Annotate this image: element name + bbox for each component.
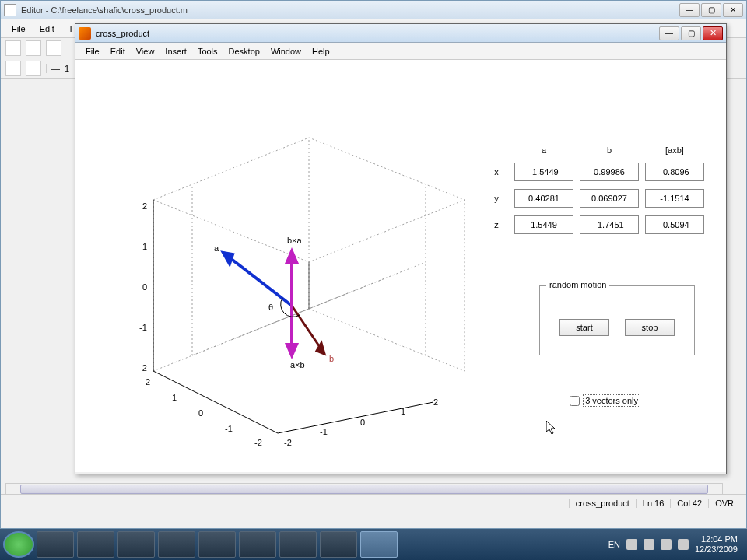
svg-text:-2: -2 <box>284 438 292 447</box>
input-ax[interactable] <box>514 163 573 181</box>
taskbar-firefox[interactable] <box>37 531 74 558</box>
vectors-only-checkbox[interactable] <box>570 396 580 406</box>
svg-line-15 <box>223 253 292 306</box>
editor-menu-edit[interactable]: Edit <box>33 22 61 36</box>
svg-text:a×b: a×b <box>290 360 305 369</box>
input-ay[interactable] <box>514 189 573 208</box>
svg-marker-25 <box>287 345 296 355</box>
editor-menu-file[interactable]: File <box>5 22 32 36</box>
editor-minimize-button[interactable]: — <box>679 3 700 17</box>
svg-marker-16 <box>223 253 233 264</box>
row-z: z <box>485 220 508 229</box>
taskbar-app[interactable] <box>320 531 357 558</box>
random-motion-label: random motion <box>546 280 609 289</box>
tray-network-icon[interactable] <box>661 539 672 550</box>
tray-clock[interactable]: 12:04 PM 12/23/2009 <box>695 534 738 555</box>
tray-flag-icon[interactable] <box>626 539 637 550</box>
svg-text:0: 0 <box>198 408 203 418</box>
svg-text:0: 0 <box>360 418 365 427</box>
taskbar: EN 12:04 PM 12/23/2009 <box>0 529 747 560</box>
editor-titlebar: Editor - C:\freelance\shafic\cross_produ… <box>1 1 746 19</box>
status-file: cross_product <box>569 499 636 508</box>
input-by[interactable] <box>580 189 639 208</box>
svg-text:0: 0 <box>142 282 147 292</box>
tray-volume-icon[interactable] <box>678 539 689 550</box>
tray-shield-icon[interactable] <box>644 539 654 550</box>
editor-title: Editor - C:\freelance\shafic\cross_produ… <box>21 5 679 15</box>
figure-menu-help[interactable]: Help <box>307 45 335 58</box>
start-button[interactable]: start <box>559 319 609 336</box>
figure-menu-tools[interactable]: Tools <box>192 45 223 58</box>
input-bx[interactable] <box>580 163 639 181</box>
figure-window: cross_product — ▢ ✕ File Edit View Inser… <box>75 23 727 474</box>
stop-button[interactable]: stop <box>625 319 675 336</box>
svg-marker-22 <box>287 251 296 262</box>
figure-close-button[interactable]: ✕ <box>703 26 723 40</box>
vectors-only-row: 3 vectors only <box>570 394 640 407</box>
svg-text:b×a: b×a <box>287 236 303 245</box>
row-y: y <box>485 194 508 203</box>
svg-text:-1: -1 <box>320 427 328 436</box>
status-ovr: OVR <box>708 499 740 508</box>
svg-text:2: 2 <box>142 201 147 211</box>
svg-text:-2: -2 <box>139 363 147 373</box>
svg-text:1: 1 <box>401 407 405 416</box>
editor-icon <box>4 4 16 16</box>
figure-menu-window[interactable]: Window <box>265 45 307 58</box>
svg-text:-1: -1 <box>139 323 147 332</box>
editor-statusbar: cross_product Ln 16 Col 42 OVR <box>1 494 746 511</box>
figure-maximize-button[interactable]: ▢ <box>681 26 701 40</box>
header-a: a <box>514 145 573 155</box>
taskbar-matlab3[interactable] <box>198 531 236 558</box>
figure-minimize-button[interactable]: — <box>659 26 679 40</box>
figure-title: cross_product <box>96 29 659 38</box>
editor-maximize-button[interactable]: ▢ <box>701 3 721 17</box>
start-button-icon[interactable] <box>3 531 34 558</box>
taskbar-matlab1[interactable] <box>77 531 114 558</box>
svg-text:a: a <box>214 243 219 253</box>
status-line: Ln 16 <box>636 499 671 508</box>
svg-text:b: b <box>329 354 334 363</box>
new-file-icon[interactable] <box>5 40 21 56</box>
figure-menubar: File Edit View Insert Tools Desktop Wind… <box>75 43 726 60</box>
breakpoint-icon[interactable] <box>5 61 21 76</box>
figure-menu-insert[interactable]: Insert <box>160 45 192 58</box>
taskbar-figure[interactable] <box>360 531 398 558</box>
svg-text:1: 1 <box>172 393 177 402</box>
row-x: x <box>485 167 508 177</box>
input-cz[interactable] <box>645 215 704 234</box>
random-motion-panel: random motion start stop <box>539 285 695 355</box>
header-axb: [axb] <box>645 145 704 155</box>
figure-menu-edit[interactable]: Edit <box>105 45 131 58</box>
input-bz[interactable] <box>580 215 639 234</box>
tray-lang[interactable]: EN <box>608 540 620 549</box>
vectors-only-label[interactable]: 3 vectors only <box>583 394 640 407</box>
taskbar-matlab4[interactable] <box>279 531 317 558</box>
taskbar-editor1[interactable] <box>117 531 155 558</box>
taskbar-editor2[interactable] <box>239 531 276 558</box>
svg-text:-1: -1 <box>225 424 233 433</box>
figure-body: 2 1 0 -1 -2 2 1 0 -1 -2 2 1 <box>75 60 726 472</box>
system-tray: EN 12:04 PM 12/23/2009 <box>608 534 744 555</box>
taskbar-matlab2[interactable] <box>158 531 195 558</box>
input-cx[interactable] <box>645 163 704 181</box>
editor-close-button[interactable]: ✕ <box>723 3 743 17</box>
input-az[interactable] <box>514 215 573 234</box>
plot-3d[interactable]: 2 1 0 -1 -2 2 1 0 -1 -2 2 1 <box>91 75 480 449</box>
save-icon[interactable] <box>46 40 61 56</box>
vector-data-panel: a b [axb] x y z <box>485 145 703 234</box>
figure-menu-view[interactable]: View <box>131 45 160 58</box>
svg-text:-2: -2 <box>254 438 262 447</box>
status-col: Col 42 <box>670 499 708 508</box>
figure-menu-file[interactable]: File <box>80 45 105 58</box>
svg-text:1: 1 <box>142 242 147 251</box>
svg-text:θ: θ <box>268 303 273 312</box>
svg-text:2: 2 <box>146 377 150 387</box>
svg-text:2: 2 <box>433 397 438 407</box>
open-file-icon[interactable] <box>26 40 41 56</box>
header-b: b <box>580 145 639 155</box>
matlab-icon <box>79 27 91 40</box>
input-cy[interactable] <box>645 189 704 208</box>
step-icon[interactable] <box>26 61 41 76</box>
figure-menu-desktop[interactable]: Desktop <box>223 45 265 58</box>
